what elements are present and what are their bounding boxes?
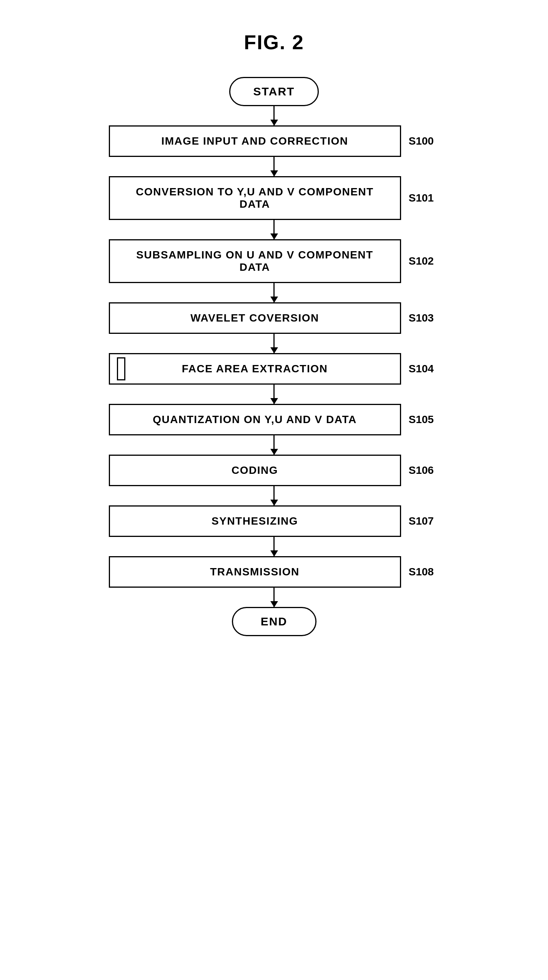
step-s108-wrapper: TRANSMISSION S108 <box>109 556 440 588</box>
step-s103-wrapper: WAVELET COVERSION S103 <box>109 302 440 334</box>
step-s102-wrapper: SUBSAMPLING ON U AND V COMPONENT DATA S1… <box>109 239 440 283</box>
step-s106-box: CODING <box>109 455 401 486</box>
step-s106-wrapper: CODING S106 <box>109 455 440 486</box>
figure-title: FIG. 2 <box>244 31 304 54</box>
step-s101-label: S101 <box>409 192 440 204</box>
arrow-s105-s106 <box>273 435 275 455</box>
step-s105-label: S105 <box>409 413 440 426</box>
step-s101-wrapper: CONVERSION TO Y,U AND V COMPONENT DATA S… <box>109 176 440 220</box>
step-s102-label: S102 <box>409 255 440 267</box>
step-s100-wrapper: IMAGE INPUT AND CORRECTION S100 <box>109 125 440 157</box>
step-s103-box: WAVELET COVERSION <box>109 302 401 334</box>
arrow-s107-s108 <box>273 537 275 556</box>
step-s100-label: S100 <box>409 135 440 147</box>
step-s107-wrapper: SYNTHESIZING S107 <box>109 505 440 537</box>
start-terminal: START <box>229 77 319 106</box>
arrow-s104-s105 <box>273 385 275 404</box>
arrow-start-s100 <box>273 106 275 125</box>
step-s101-box: CONVERSION TO Y,U AND V COMPONENT DATA <box>109 176 401 220</box>
step-s107-box: SYNTHESIZING <box>109 505 401 537</box>
step-s106-label: S106 <box>409 464 440 477</box>
step-s104-box: FACE AREA EXTRACTION <box>109 353 401 385</box>
end-terminal: END <box>232 607 316 636</box>
arrow-s108-end <box>273 588 275 607</box>
arrow-s100-s101 <box>273 157 275 176</box>
step-s105-box: QUANTIZATION ON Y,U AND V DATA <box>109 404 401 435</box>
step-s103-label: S103 <box>409 312 440 324</box>
step-s105-wrapper: QUANTIZATION ON Y,U AND V DATA S105 <box>109 404 440 435</box>
step-s107-label: S107 <box>409 515 440 527</box>
page-container: FIG. 2 START IMAGE INPUT AND CORRECTION … <box>101 15 447 652</box>
step-s108-label: S108 <box>409 566 440 578</box>
arrow-s103-s104 <box>273 334 275 353</box>
step-s102-box: SUBSAMPLING ON U AND V COMPONENT DATA <box>109 239 401 283</box>
step-s104-wrapper: FACE AREA EXTRACTION S104 <box>109 353 440 385</box>
arrow-s102-s103 <box>273 283 275 302</box>
step-s108-box: TRANSMISSION <box>109 556 401 588</box>
flowchart: START IMAGE INPUT AND CORRECTION S100 CO… <box>109 77 440 636</box>
step-s100-box: IMAGE INPUT AND CORRECTION <box>109 125 401 157</box>
arrow-s106-s107 <box>273 486 275 505</box>
step-s104-label: S104 <box>409 363 440 375</box>
arrow-s101-s102 <box>273 220 275 239</box>
